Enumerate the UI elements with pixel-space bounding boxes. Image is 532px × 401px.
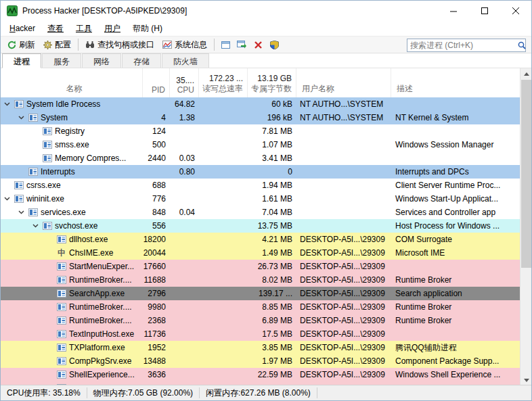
user-cell: DESKTOP-A5I...\29309 <box>296 368 391 381</box>
description-cell: Interrupts and DPCs <box>391 165 521 179</box>
menu-view[interactable]: 查看 <box>41 22 70 36</box>
tab-processes[interactable]: 进程 <box>2 53 41 68</box>
tree-indent <box>1 239 43 240</box>
expander-icon[interactable] <box>15 210 27 214</box>
minimize-button[interactable] <box>438 1 469 21</box>
show-details-all-users-button[interactable] <box>266 37 282 52</box>
table-row[interactable]: 中 TXPlatform.exe 1952 3.85 MB DESKTOP-A5… <box>1 341 521 354</box>
tree-indent <box>1 172 15 172</box>
table-row[interactable]: 中 RuntimeBroker.... 2368 6.89 MB DESKTOP… <box>1 314 521 327</box>
table-row[interactable]: 中 Registry 124 7.81 MB <box>1 124 521 138</box>
user-cell: DESKTOP-A5I...\29309 <box>296 341 391 354</box>
column-header-pid[interactable]: PID <box>143 68 170 97</box>
toolbar-separator <box>78 39 79 51</box>
expander-icon[interactable] <box>1 102 13 106</box>
cpu-cell <box>170 192 199 206</box>
tab-network[interactable]: 网络 <box>82 53 121 68</box>
table-row[interactable]: 中 services.exe 848 0.04 7.04 MB Services… <box>1 206 521 219</box>
pid-cell: 13488 <box>143 354 170 368</box>
table-row[interactable]: 中 csrss.exe 688 1.94 MB Client Server Ru… <box>1 179 521 192</box>
table-row[interactable]: 中 System Idle Process 64.82 60 kB NT AUT… <box>1 97 521 111</box>
io-rate-cell <box>199 246 248 260</box>
open-new-window-button[interactable] <box>234 37 250 52</box>
column-header-name[interactable]: 名称 <box>1 68 143 97</box>
tree-indent <box>1 266 43 267</box>
table-row[interactable]: 中 RuntimeBroker.... 11688 8.02 MB DESKTO… <box>1 273 521 287</box>
terminate-button[interactable] <box>250 37 266 52</box>
table-row[interactable]: 中 smss.exe 500 1.07 MB Windows Session M… <box>1 138 521 151</box>
menu-users[interactable]: 用户 <box>98 22 127 36</box>
description-cell: NT Kernel & System <box>391 111 521 124</box>
process-icon <box>13 100 25 108</box>
scroll-up-arrow-icon[interactable] <box>520 68 532 80</box>
io-rate-cell <box>199 287 248 300</box>
pid-cell: 3636 <box>143 368 170 381</box>
process-name: Registry <box>53 124 85 138</box>
process-icon <box>41 127 53 135</box>
tree-indent <box>1 348 43 348</box>
tab-services[interactable]: 服务 <box>42 53 81 68</box>
table-row[interactable]: 中 CompPkgSrv.exe 13488 1.97 MB DESKTOP-A… <box>1 354 521 368</box>
menu-tools[interactable]: 工具 <box>70 22 98 36</box>
vertical-scrollbar[interactable] <box>520 68 531 386</box>
io-rate-cell <box>199 273 248 287</box>
system-info-button[interactable]: 系统信息 <box>158 37 211 52</box>
table-row[interactable]: 中 dllhost.exe 18200 4.21 MB DESKTOP-A5I.… <box>1 233 521 246</box>
description-cell: Component Package Supp... <box>391 354 521 368</box>
cpu-cell <box>170 138 199 151</box>
table-row[interactable]: 中 wininit.exe 776 1.61 MB Windows Start-… <box>1 192 521 206</box>
description-cell <box>391 151 521 165</box>
search-input[interactable] <box>407 40 518 51</box>
tab-disk[interactable]: 存储 <box>122 53 161 68</box>
expander-icon[interactable] <box>1 197 13 201</box>
menu-hacker[interactable]: Hacker <box>3 22 41 34</box>
table-row[interactable]: 中 TextInputHost.exe 11736 17.5 MB DESKTO… <box>1 327 521 341</box>
always-on-top-button[interactable] <box>217 37 234 52</box>
table-row[interactable]: 中 StartMenuExper... 17660 26.73 MB DESKT… <box>1 260 521 273</box>
menu-help[interactable]: 帮助 (H) <box>127 22 169 36</box>
column-header-io-rate[interactable]: 172.23 ... 读写总速率 <box>199 68 248 97</box>
description-cell: Runtime Broker <box>391 300 521 314</box>
io-rate-cell <box>199 138 248 151</box>
process-icon <box>56 316 68 325</box>
window-icon <box>221 41 230 49</box>
status-physical-memory: 物理内存:7.05 GB (92.00%) <box>87 387 200 398</box>
options-button[interactable]: 配置 <box>39 37 75 52</box>
table-row[interactable]: 中 RuntimeBroker.... 9980 8.85 MB DESKTOP… <box>1 300 521 314</box>
process-icon <box>56 235 68 243</box>
cpu-cell <box>170 300 199 314</box>
expander-icon[interactable] <box>15 116 27 120</box>
tab-firewall[interactable]: 防火墙 <box>162 53 209 68</box>
expander-icon[interactable] <box>29 224 41 228</box>
column-header-user[interactable]: 用户名称 <box>296 68 391 97</box>
red-x-icon <box>254 41 262 49</box>
find-handles-button[interactable]: 查找句柄或接口 <box>81 37 158 52</box>
table-row[interactable]: 中 System 4 1.38 196 kB NT AUTHO...\SYSTE… <box>1 111 521 124</box>
process-icon <box>41 141 53 149</box>
process-icon <box>41 154 53 162</box>
process-icon <box>41 222 53 230</box>
maximize-button[interactable] <box>469 1 500 21</box>
column-header-cpu[interactable]: 35.... CPU <box>170 68 199 97</box>
cpu-cell <box>170 341 199 354</box>
close-button[interactable] <box>500 1 531 21</box>
table-row[interactable]: 中 Memory Compres... 2440 0.03 3.41 MB <box>1 151 521 165</box>
column-header-description[interactable]: 描述 <box>391 68 521 97</box>
private-bytes-cell: 4.21 MB <box>248 233 296 246</box>
io-rate-cell <box>199 314 248 327</box>
table-row[interactable]: 中 Interrupts 0.80 0 Interrupts and DPCs <box>1 165 521 179</box>
app-logo-icon <box>7 5 18 16</box>
scrollbar-thumb[interactable] <box>521 80 531 268</box>
private-bytes-cell: 26.73 MB <box>248 260 296 273</box>
table-row[interactable]: 中 ShellExperience... 3636 22.59 MB DESKT… <box>1 368 521 381</box>
column-header-private-bytes[interactable]: 13.19 GB 专属字节数 <box>248 68 296 97</box>
table-row[interactable]: 中 SearchApp.exe 2796 139.17 ... DESKTOP-… <box>1 287 521 300</box>
search-icon[interactable] <box>518 41 526 49</box>
private-bytes-cell: 196 kB <box>248 111 296 124</box>
menubar: Hacker 查看 工具 用户 帮助 (H) <box>1 21 531 36</box>
table-row[interactable]: 中 svchost.exe 556 13.75 MB Host Process … <box>1 219 521 233</box>
table-row[interactable]: 中 ChsIME.exe 20044 1.49 MB DESKTOP-A5I..… <box>1 246 521 260</box>
system-info-label: 系统信息 <box>175 39 207 51</box>
refresh-button[interactable]: 刷新 <box>3 37 39 52</box>
user-cell <box>296 165 391 179</box>
